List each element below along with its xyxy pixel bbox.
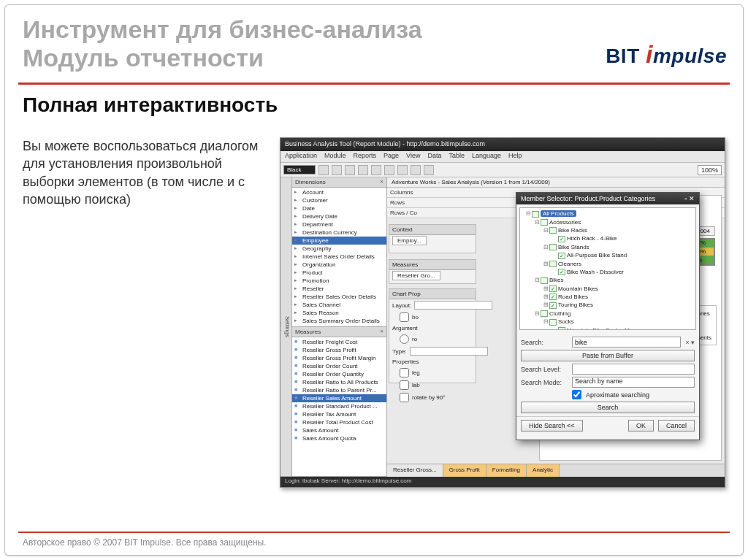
app-toolbar[interactable]: Black 100% — [280, 163, 725, 177]
measure-item[interactable]: Reseller Ratio to Parent Pr... — [292, 386, 386, 394]
report-tab[interactable]: Adventure Works - Sales Analysis (Versio… — [387, 177, 725, 188]
member-tree[interactable]: ⊟All Products⊟Accessories⊟Bike Racks✓Hit… — [519, 207, 696, 330]
side-tab[interactable]: Settings — [283, 177, 291, 477]
app-menubar[interactable]: ApplicationModuleReportsPageViewDataTabl… — [280, 151, 725, 163]
menu-item[interactable]: View — [406, 152, 420, 159]
tree-item[interactable]: ✓Mountain Bike Socks, M — [522, 326, 694, 331]
close-icon[interactable]: ▫ ✕ — [684, 195, 695, 202]
menu-item[interactable]: Application — [285, 152, 317, 159]
menu-item[interactable]: Module — [324, 152, 346, 159]
hide-search-button[interactable]: Hide Search << — [521, 420, 583, 431]
tree-item[interactable]: ⊟Clothing — [522, 310, 694, 318]
leg-checkbox[interactable] — [400, 368, 409, 377]
toolbar-icon[interactable] — [397, 165, 408, 175]
bottom-tab[interactable]: Analytic — [527, 464, 560, 477]
measure-item[interactable]: Reseller Gross Profit — [292, 346, 386, 354]
tree-item[interactable]: ⊟Bike Racks — [522, 226, 694, 234]
measure-item[interactable]: Sales Amount — [292, 426, 386, 434]
toolbar-icon[interactable] — [411, 165, 421, 175]
tree-item[interactable]: ✓All-Purpose Bike Stand — [522, 251, 694, 259]
tree-item[interactable]: ⊟Socks — [522, 318, 694, 326]
theme-select[interactable]: Black — [283, 165, 316, 174]
dimension-item[interactable]: Reseller Sales Order Details — [292, 293, 386, 301]
menu-item[interactable]: Data — [427, 152, 441, 159]
side-tab[interactable]: List — [280, 177, 283, 477]
dimension-item[interactable]: Internet Sales Order Details — [292, 253, 386, 261]
search-mode-select[interactable]: Search by name — [572, 377, 695, 388]
tree-item[interactable]: ⊟Bikes — [522, 276, 694, 284]
bo-checkbox[interactable] — [400, 312, 409, 322]
zoom-value[interactable]: 100% — [698, 165, 722, 175]
bottom-tab[interactable]: Gross Profit — [443, 464, 486, 477]
dimension-item[interactable]: Sales Summary Order Details — [292, 317, 386, 325]
measure-item[interactable]: Sales Amount Quota — [292, 434, 386, 442]
toolbar-icon[interactable] — [424, 165, 434, 175]
toolbar-icon[interactable] — [345, 165, 355, 175]
dimension-item[interactable]: Date — [292, 204, 386, 212]
ok-button[interactable]: OK — [628, 420, 654, 431]
dimension-item[interactable]: Organization — [292, 261, 386, 269]
menu-item[interactable]: Table — [449, 152, 465, 159]
menu-item[interactable]: Language — [472, 152, 501, 159]
menu-item[interactable]: Page — [383, 152, 399, 159]
measure-item[interactable]: Reseller Gross Profit Margin — [292, 354, 386, 362]
approx-checkbox[interactable] — [572, 390, 581, 399]
measure-item[interactable]: Reseller Freight Cost — [292, 338, 386, 346]
close-icon[interactable]: × — [380, 178, 383, 185]
measure-item[interactable]: Reseller Order Count — [292, 362, 386, 370]
type-input[interactable] — [410, 347, 488, 356]
bottom-tabs[interactable]: Reseller Gross...Gross ProfitFormattingA… — [387, 464, 725, 477]
layout-input[interactable] — [414, 301, 492, 310]
dimension-item[interactable]: Destination Currency — [292, 229, 386, 237]
paste-button[interactable]: Paste from Buffer — [521, 350, 695, 361]
tree-item[interactable]: ⊟Bike Stands — [522, 243, 694, 251]
search-level-select[interactable] — [572, 364, 695, 375]
tree-item[interactable]: ✓Bike Wash - Dissolver — [522, 268, 694, 276]
close-icon[interactable]: × — [380, 328, 383, 334]
measure-item[interactable]: Reseller Ratio to All Products — [292, 378, 386, 386]
dimension-item[interactable]: Account — [292, 188, 386, 196]
cancel-button[interactable]: Cancel — [658, 420, 695, 431]
dimension-item[interactable]: Department — [292, 220, 386, 229]
dimension-item[interactable]: Delivery Date — [292, 212, 386, 220]
rotate-checkbox[interactable] — [400, 393, 409, 402]
menu-item[interactable]: Reports — [354, 152, 377, 159]
search-input[interactable] — [572, 337, 681, 348]
tree-item[interactable]: ✓Hitch Rack - 4-Bike — [522, 234, 694, 242]
toolbar-icon[interactable] — [384, 165, 394, 175]
tree-item[interactable]: ⊞Cleaners — [522, 260, 694, 268]
toolbar-icon[interactable] — [358, 165, 368, 175]
lab-checkbox[interactable] — [400, 380, 409, 390]
search-button[interactable]: Search — [521, 402, 695, 413]
measure-item[interactable]: Reseller Sales Amount — [292, 394, 386, 402]
toolbar-icon[interactable] — [371, 165, 381, 175]
dimension-item[interactable]: Promotion — [292, 277, 386, 285]
measure-item[interactable]: Reseller Order Quantity — [292, 370, 386, 378]
tree-item[interactable]: ⊞✓Mountain Bikes — [522, 285, 694, 293]
ro-radio[interactable] — [400, 334, 409, 344]
dimensions-list[interactable]: AccountCustomerDateDelivery DateDepartme… — [292, 188, 386, 327]
toolbar-icon[interactable] — [332, 165, 342, 175]
dimension-item[interactable]: Customer — [292, 196, 386, 204]
toolbar-icon[interactable] — [318, 165, 329, 175]
dimension-item[interactable]: Reseller — [292, 285, 386, 293]
side-tabs[interactable]: SettingsListReports — [280, 177, 292, 477]
bottom-tab[interactable]: Reseller Gross... — [387, 464, 443, 477]
measure-item[interactable]: Reseller Total Product Cost — [292, 418, 386, 426]
bottom-tab[interactable]: Formatting — [486, 464, 527, 477]
measure-item[interactable]: Reseller Tax Amount — [292, 410, 386, 418]
tree-item[interactable]: ⊟All Products — [522, 210, 694, 218]
measure-chip[interactable]: Reseller Gro... — [392, 271, 440, 280]
tree-item[interactable]: ⊞✓Touring Bikes — [522, 301, 694, 309]
dimension-item[interactable]: Geography — [292, 245, 386, 253]
tree-item[interactable]: ⊞✓Road Bikes — [522, 293, 694, 301]
tree-item[interactable]: ⊟Accessories — [522, 218, 694, 226]
measure-item[interactable]: Reseller Standard Product ... — [292, 402, 386, 410]
menu-item[interactable]: Help — [508, 152, 522, 159]
dimension-item[interactable]: Sales Reason — [292, 309, 386, 317]
clear-icon[interactable]: × ▾ — [685, 339, 695, 346]
dimension-item[interactable]: Sales Channel — [292, 301, 386, 309]
measures-list[interactable]: Reseller Freight CostReseller Gross Prof… — [292, 337, 386, 477]
dimension-item[interactable]: Product — [292, 269, 386, 277]
dimension-item[interactable]: Employee — [292, 237, 386, 245]
